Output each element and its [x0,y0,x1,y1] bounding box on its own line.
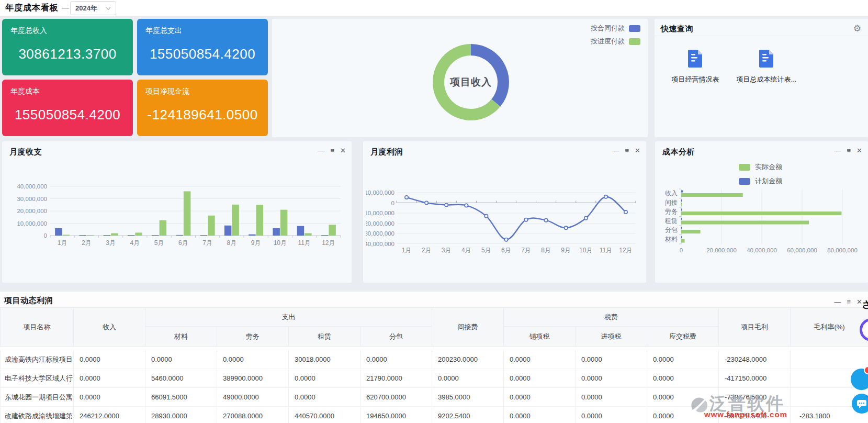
column-subheader[interactable]: 分包 [360,327,432,347]
cutoff-widget-icon[interactable]: さ [862,298,868,311]
value-cell: 28930.0000 [145,407,217,423]
value-cell: 0.0000 [647,369,719,388]
menu-icon[interactable]: ≡ [847,147,851,154]
monthly-profit-chart[interactable]: 10,000,0000-10,000,000-20,000,000-30,000… [366,173,644,264]
close-icon[interactable]: ✕ [635,147,640,154]
value-cell: 0.0000 [576,369,647,388]
svg-text:间接: 间接 [665,199,678,206]
monthly-balance-chart[interactable]: 010,000,00020,000,00030,000,00040,000,00… [4,168,350,267]
column-header[interactable]: 间接费 [432,308,504,347]
value-cell: 620700.0000 [360,388,432,407]
table-row[interactable]: 电子科技大学区域人行0.00005460.0000389900.00000.00… [1,369,868,388]
pie-legend: 按合同付款按进度付款 [591,24,640,46]
svg-text:0: 0 [391,200,394,206]
panel-controls: —≡✕ [318,147,346,154]
chat-button[interactable] [852,394,868,414]
table-row[interactable]: 成渝高铁内江标段项目0.00000.00000.000030018.00000.… [1,350,868,369]
svg-text:12月: 12月 [619,247,632,254]
svg-text:80,000,000: 80,000,000 [827,247,858,253]
kpi-card[interactable]: 年度总支出155050854.4200 [137,19,268,75]
svg-text:20,000,000: 20,000,000 [17,208,47,214]
column-header[interactable]: 毛利率(%) [791,308,868,347]
minimize-icon[interactable]: — [318,147,325,154]
svg-text:5月: 5月 [481,247,491,254]
value-cell: 0.0000 [576,407,647,423]
value-cell: -697228.5400 [719,407,791,423]
cost-legend-label: 实际金额 [755,162,782,172]
gear-icon[interactable]: ⚙ [853,23,861,34]
value-cell: 0.0000 [504,350,576,369]
quick-query-items: 项目经营情况表项目总成本统计表... [660,49,802,84]
column-subheader[interactable]: 进项税 [576,327,647,347]
value-cell: -417150.0000 [719,369,791,388]
year-select[interactable]: 2024年 [70,1,116,15]
svg-text:1月: 1月 [58,239,67,247]
svg-text:12月: 12月 [322,239,335,247]
kpi-card[interactable]: 年度总收入30861213.3700 [2,19,133,75]
income-pie-panel: 项目收入 按合同付款按进度付款 [272,19,648,137]
svg-text:5月: 5月 [154,239,164,247]
value-cell [791,350,868,369]
column-header[interactable]: 支出 [145,308,432,327]
project-name-cell: 东城花园一期项目公寓 [1,388,74,407]
column-header[interactable]: 收入 [74,308,145,347]
minimize-icon[interactable]: — [835,147,841,154]
cost-analysis-title: 成本分析 [662,147,695,157]
value-cell: 0.0000 [504,369,576,388]
value-cell: -739776.5000 [719,388,791,407]
column-subheader[interactable]: 材料 [145,327,217,347]
pie-legend-item[interactable]: 按进度付款 [591,37,640,46]
cost-legend-item[interactable]: 计划金额 [739,176,782,186]
value-cell: 0.0000 [504,388,576,407]
table-row[interactable]: 东城花园一期项目公寓0.000066091.500049000.00000.00… [1,388,868,407]
value-cell: 0.0000 [217,350,289,369]
svg-text:4月: 4月 [461,247,471,254]
pie-legend-item[interactable]: 按合同付款 [591,24,640,33]
column-subheader[interactable]: 销项税 [504,327,576,347]
divider [655,36,868,36]
project-name-cell: 改建铁路成渝线增建第 [1,407,74,423]
cost-legend-item[interactable]: 实际金额 [739,162,782,172]
column-header[interactable]: 税费 [504,308,719,327]
column-subheader[interactable]: 应交税费 [647,327,719,347]
value-cell: 9202.5400 [432,407,504,423]
cost-analysis-chart[interactable]: 020,000,00040,000,00060,000,00080,000,00… [659,186,866,257]
project-name-cell: 电子科技大学区域人行 [1,369,74,388]
cost-analysis-legend: 实际金额计划金额 [739,162,782,186]
minimize-icon[interactable]: — [613,147,619,154]
quick-query-item[interactable]: 项目总成本统计表... [731,49,802,84]
svg-text:3月: 3月 [106,239,116,247]
value-cell: 246212.0000 [74,407,145,423]
kpi-card[interactable]: 年度成本155050854.4200 [2,80,133,136]
svg-text:2月: 2月 [82,239,92,247]
close-icon[interactable]: ✕ [856,147,862,154]
svg-text:7月: 7月 [521,247,531,254]
column-header[interactable]: 项目毛利 [719,308,791,347]
kpi-label: 年度总收入 [10,26,47,36]
minimize-icon[interactable]: — [835,298,841,305]
value-cell: 66091.5000 [145,388,217,407]
value-cell: 0.0000 [74,350,145,369]
value-cell: 0.0000 [74,388,145,407]
value-cell: 440570.0000 [289,407,360,423]
value-cell: 0.0000 [647,388,719,407]
menu-icon[interactable]: ≡ [331,147,335,154]
column-subheader[interactable]: 劳务 [217,327,289,347]
quick-query-panel: 快速查询 ⚙ 项目经营情况表项目总成本统计表... [655,19,868,137]
menu-icon[interactable]: ≡ [847,298,851,305]
close-icon[interactable]: ✕ [340,147,346,154]
document-icon [687,49,704,70]
kpi-card[interactable]: 项目净现金流-124189641.0500 [137,80,268,136]
column-subheader[interactable]: 租赁 [289,327,360,347]
svg-text:3月: 3月 [442,247,452,254]
chat-bubble-icon [856,399,867,409]
svg-text:1月: 1月 [402,247,412,254]
menu-icon[interactable]: ≡ [625,147,629,154]
cost-legend-label: 计划金额 [755,176,782,186]
legend-swatch [629,38,640,45]
quick-query-item[interactable]: 项目经营情况表 [660,49,731,84]
table-row[interactable]: 改建铁路成渝线增建第246212.000028930.0000270088.00… [1,407,868,423]
column-header[interactable]: 项目名称 [1,308,74,347]
value-cell: 0.0000 [289,388,360,407]
value-cell: -230248.0000 [719,350,791,369]
